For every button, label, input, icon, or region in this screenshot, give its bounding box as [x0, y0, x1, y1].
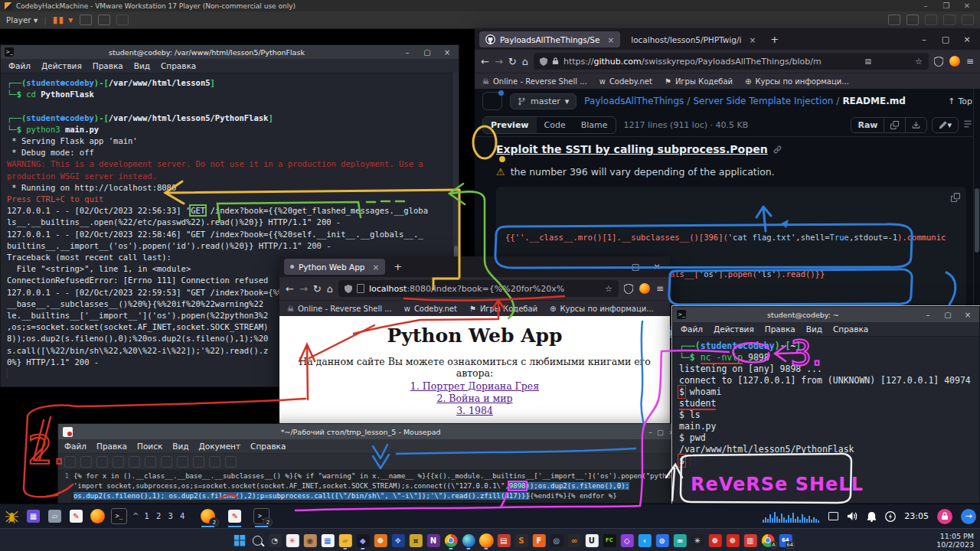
terminal1-titlebar[interactable]: >_ student@codeby: /var/www/html/lesson5…: [1, 45, 459, 59]
link-dorian-gray[interactable]: 1. Портрет Дориана Грея: [279, 380, 670, 393]
webapp-urlbar[interactable]: localhost:8080/index?book={%%20for%20x% …: [338, 280, 619, 297]
session-icon[interactable]: →: [961, 509, 976, 524]
power-bolt-icon[interactable]: [885, 511, 896, 522]
branch-selector[interactable]: master ▾: [510, 93, 577, 109]
app-edge-icon[interactable]: [461, 531, 476, 549]
tab-close-icon[interactable]: ×: [372, 262, 379, 272]
menu-item-Файл[interactable]: Файл: [64, 442, 87, 451]
download-button[interactable]: [905, 118, 926, 132]
new-tab-button[interactable]: +: [390, 261, 406, 272]
bookmark-item[interactable]: ☠Online - Reverse Shell ...: [482, 77, 587, 86]
network-device-icon[interactable]: [943, 15, 956, 25]
harddisk-device-icon[interactable]: [906, 15, 919, 25]
close-button[interactable]: ✕: [959, 2, 975, 10]
expand-caret[interactable]: ^: [132, 512, 139, 520]
firefox-account-icon[interactable]: [639, 283, 650, 294]
save-icon[interactable]: [96, 456, 108, 468]
redo-icon[interactable]: [145, 456, 156, 468]
mousepad-window[interactable]: *~/Рабочий стол/tmp_lesson_5 - Mousepad …: [57, 423, 680, 504]
edit-button[interactable]: ▾: [933, 118, 958, 132]
new-tab-button[interactable]: +: [766, 34, 782, 45]
terminal2-output[interactable]: ┌──(student⊛codeby)-[~]└─$ nc -nvlp 9898…: [673, 337, 979, 503]
menu-item-Вид[interactable]: Вид: [806, 324, 822, 334]
app-sublime-icon[interactable]: S: [514, 531, 529, 549]
heading-subprocess-popen[interactable]: Exploit the SSTI by calling subprocess.P…: [496, 143, 966, 155]
forward-icon[interactable]: →: [495, 56, 503, 67]
screen-lock-icon[interactable]: [937, 509, 952, 524]
terminal1-maximize-button[interactable]: ▢: [420, 48, 435, 57]
github-urlbar[interactable]: https://github.com/swisskyrepo/PayloadsA…: [534, 53, 929, 70]
bookmark-item[interactable]: ☠Online - Reverse Shell ...: [287, 305, 392, 313]
app-photos-icon[interactable]: ◉: [302, 531, 318, 549]
app-f-reader-icon[interactable]: F: [531, 531, 547, 549]
undo-icon[interactable]: [129, 456, 140, 468]
tab-close-icon[interactable]: ×: [607, 35, 614, 44]
firefox-account-icon[interactable]: [949, 56, 960, 67]
webapp-window-close[interactable]: ×: [648, 262, 665, 272]
volume-icon[interactable]: [847, 511, 858, 521]
codeby-logo-icon[interactable]: [4, 508, 20, 524]
github-window-close[interactable]: ×: [959, 34, 975, 44]
pause-button[interactable]: ▮▮ ▾: [53, 15, 74, 25]
link-1984[interactable]: 3. 1984: [279, 405, 670, 417]
app-calendar-icon[interactable]: ▦: [320, 531, 335, 549]
replace-icon[interactable]: [225, 456, 237, 468]
mousepad-titlebar[interactable]: *~/Рабочий стол/tmp_lesson_5 - Mousepad …: [58, 424, 679, 439]
tab-preview[interactable]: Preview: [483, 117, 537, 133]
menu-item-Действия[interactable]: Действия: [714, 324, 754, 334]
cdrom-device-icon[interactable]: [925, 15, 937, 25]
app-visual-studio-icon[interactable]: ◇: [619, 531, 635, 549]
home-icon[interactable]: ⌂: [522, 56, 528, 67]
terminal-launcher-icon[interactable]: >_: [111, 508, 127, 524]
webapp-window-minimize[interactable]: –: [606, 262, 622, 272]
cut-icon[interactable]: [161, 456, 172, 468]
copy-icon[interactable]: [177, 456, 188, 468]
tab-blame[interactable]: Blame: [573, 117, 616, 133]
player-menu[interactable]: Player ▾: [6, 15, 38, 24]
terminal1-minimize-button[interactable]: –: [400, 48, 415, 57]
firefox-window-webapp[interactable]: Python Web App× + – ▢ × ← → ↻ ⌂ localhos…: [279, 256, 670, 423]
menu-item-Действия[interactable]: Действия: [41, 61, 82, 70]
app-menu-icon[interactable]: ▦: [25, 508, 41, 524]
terminal-running-icon[interactable]: >_2: [253, 508, 270, 524]
pocket-shield-icon[interactable]: [934, 57, 943, 67]
save-as-icon[interactable]: [113, 456, 124, 468]
outline-icon[interactable]: [963, 119, 972, 131]
menu-icon[interactable]: ≡: [656, 283, 664, 294]
top-link[interactable]: ↑ Top: [948, 96, 972, 106]
terminal2-close-button[interactable]: ×: [960, 311, 975, 319]
app-gear-orange-icon[interactable]: ☸: [373, 531, 388, 549]
breadcrumb-repo[interactable]: PayloadsAllTheThings: [584, 96, 684, 106]
app-chrome-icon[interactable]: [443, 531, 459, 549]
copy-code-icon[interactable]: [951, 193, 960, 205]
tab-code[interactable]: Code: [537, 117, 573, 133]
bookmark-item[interactable]: ⊕Курсы по информаци...: [745, 77, 849, 86]
terminal1-close-button[interactable]: ×: [439, 48, 455, 57]
webapp-window-maximize[interactable]: ▢: [627, 262, 644, 272]
menu-item-Справка[interactable]: Справка: [833, 324, 868, 334]
app-onenote-icon[interactable]: N: [426, 531, 441, 549]
tab-python-web-app[interactable]: Python Web App×: [284, 259, 385, 275]
app-pin-64-icon[interactable]: 6464: [778, 531, 793, 549]
file-tree-icon[interactable]: [482, 92, 502, 110]
app-maps-icon[interactable]: ⊙: [655, 531, 670, 549]
app-media-red-icon[interactable]: ▤: [496, 531, 511, 549]
app-obsidian-icon[interactable]: ◆: [355, 531, 371, 549]
start-button-icon[interactable]: [232, 531, 247, 549]
vm-clock[interactable]: 23:05: [904, 511, 929, 521]
bookmark-star-icon[interactable]: ☆: [915, 57, 923, 67]
app-gear-red-2-icon[interactable]: ☸: [725, 531, 740, 549]
terminal2-titlebar[interactable]: >_ student@codeby: ~ – ▢ ×: [673, 307, 979, 322]
app-gear-red-1-icon[interactable]: ☸: [707, 531, 723, 549]
mousepad-maximize[interactable]: ▢: [657, 428, 664, 436]
find-icon[interactable]: [209, 456, 220, 468]
app-robot-icon[interactable]: ¤: [408, 531, 423, 549]
app-fc-icon[interactable]: FC: [602, 531, 617, 549]
open-icon[interactable]: [80, 456, 92, 468]
back-icon[interactable]: ←: [286, 283, 294, 295]
paste-icon[interactable]: [193, 456, 204, 468]
tab-payloadsallthethings[interactable]: PayloadsAllTheThings/Se×: [479, 31, 620, 47]
menu-item-Документ[interactable]: Документ: [199, 442, 241, 451]
firefox-running-icon[interactable]: 2: [200, 508, 216, 524]
reader-icon[interactable]: ▤: [865, 57, 872, 65]
